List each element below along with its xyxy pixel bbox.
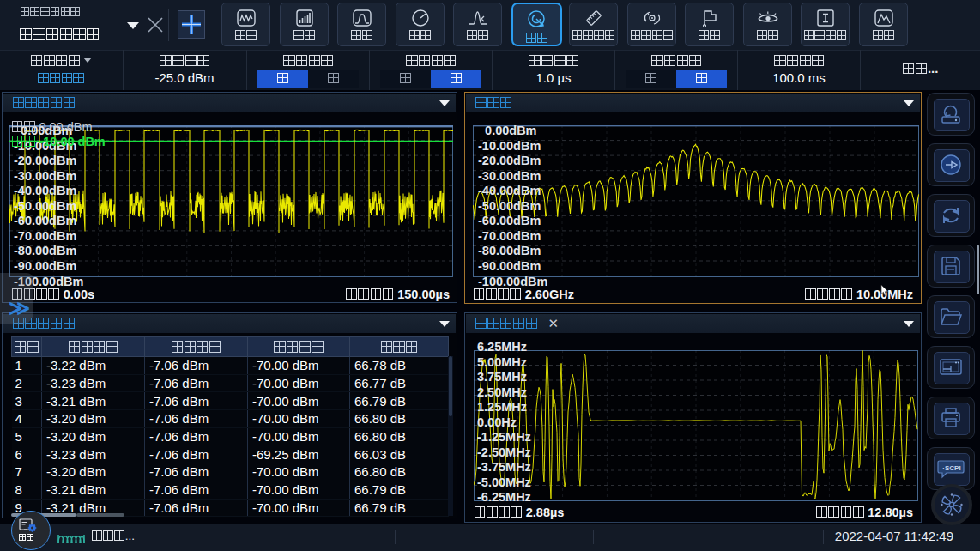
svg-text:·SCPI: ·SCPI	[942, 464, 960, 472]
